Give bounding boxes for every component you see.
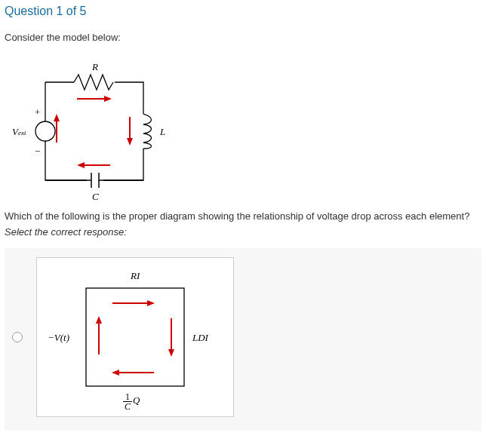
- svg-rect-3: [74, 75, 115, 90]
- svg-marker-2: [54, 114, 60, 121]
- label-L: L: [160, 126, 165, 138]
- question-text: Which of the following is the proper dia…: [5, 210, 481, 222]
- question-number: Question 1 of 5: [5, 5, 481, 18]
- label-Vext: Vext: [12, 126, 26, 138]
- svg-marker-20: [168, 349, 174, 357]
- opt1-label-right: LDI: [192, 332, 208, 344]
- opt1-label-bottom: 1CQ: [123, 392, 140, 411]
- label-minus: −: [35, 146, 40, 158]
- label-R: R: [92, 61, 98, 73]
- svg-marker-22: [112, 370, 119, 376]
- answer-area: RI LDI −V(t) 1CQ: [5, 248, 481, 431]
- prompt-text: Consider the model below:: [5, 32, 481, 43]
- option-1-diagram: RI LDI −V(t) 1CQ: [36, 257, 234, 417]
- svg-marker-5: [104, 96, 112, 102]
- circuit-diagram: R L C Vext + −: [15, 52, 189, 203]
- opt1-label-left: −V(t): [48, 332, 69, 344]
- radio-option-1[interactable]: [12, 332, 23, 342]
- svg-marker-15: [77, 162, 85, 168]
- svg-marker-8: [127, 138, 133, 146]
- svg-marker-18: [147, 300, 155, 306]
- option-1[interactable]: RI LDI −V(t) 1CQ: [12, 257, 474, 417]
- label-plus: +: [35, 106, 40, 118]
- svg-point-0: [35, 121, 55, 141]
- svg-marker-24: [96, 316, 102, 324]
- select-instruction: Select the correct response:: [5, 226, 481, 238]
- label-C: C: [92, 191, 99, 203]
- opt1-label-top: RI: [131, 270, 140, 282]
